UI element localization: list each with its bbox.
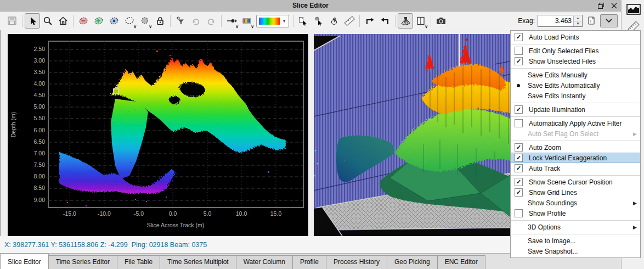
tab-profile[interactable]: Profile — [293, 255, 326, 269]
rotate-center-icon[interactable] — [326, 13, 342, 29]
tab-process-history[interactable]: Process History — [326, 255, 387, 269]
options-menu: Auto Load Points Edit Only Selected File… — [510, 30, 641, 258]
close-icon[interactable] — [610, 2, 618, 9]
scene-cursor-marker — [114, 89, 118, 94]
menu-item-show-unselected-files[interactable]: Show Unselected Files — [511, 56, 640, 66]
home-icon[interactable] — [55, 13, 71, 29]
menu-item-auto-set-flag-on-select[interactable]: Auto Set Flag On Select▶ — [511, 128, 640, 139]
menu-item-3d-options[interactable]: 3D Options▶ — [511, 222, 640, 232]
cursor-position-readout: X: 398277.361 Y: 5361158.806 Z: -4.299 P… — [4, 241, 207, 249]
menu-item-edit-only-selected-files[interactable]: Edit Only Selected Files — [511, 46, 640, 56]
chevron-down-icon: ▾ — [283, 19, 285, 24]
reject-selection-icon[interactable] — [76, 13, 91, 29]
exag-spinner[interactable]: ▲▼ — [538, 15, 583, 27]
ytick: 5.50 — [34, 115, 46, 121]
y-axis-label: Depth (m) — [10, 112, 16, 138]
menu-item-show-scene-cursor-position[interactable]: Show Scene Cursor Position — [511, 177, 640, 187]
menu-item-auto-zoom[interactable]: Auto Zoom — [511, 142, 640, 153]
slice-editor-window: Slice Editor — [0, 0, 644, 269]
checkbox-checked-icon — [515, 164, 523, 172]
accept-selection-icon[interactable] — [91, 13, 106, 29]
snapshot-camera-icon[interactable] — [433, 13, 449, 29]
x-axis-label: Slice Across Track (m) — [147, 222, 204, 228]
ytick: 6.50 — [34, 138, 46, 145]
menu-chevron-icon[interactable] — [600, 14, 618, 27]
select-file-cursor-icon[interactable] — [296, 13, 311, 29]
ytick: 2.50 — [34, 46, 46, 52]
menu-item-save-edits-manually[interactable]: Save Edits Manually — [511, 70, 640, 80]
swath-view-icon[interactable] — [398, 13, 413, 29]
tab-enc-editor[interactable]: ENC Editor — [438, 255, 485, 269]
checkbox-icon — [515, 119, 523, 127]
xtick: 15.0 — [270, 210, 282, 217]
exag-input[interactable] — [538, 16, 573, 26]
checkbox-checked-icon — [515, 33, 523, 41]
ytick: 3.00 — [34, 57, 46, 64]
submenu-arrow-icon: ▶ — [633, 200, 637, 206]
slice-2d-view[interactable]: 2.50 3.00 3.50 4.00 4.50 5.00 5.50 6.00 … — [8, 34, 308, 236]
menu-item-update-illumination[interactable]: Update Illumination — [511, 104, 640, 115]
ytick: 3.50 — [34, 69, 46, 75]
radio-on-icon — [517, 84, 520, 87]
xtick: 0.0 — [169, 210, 177, 217]
spin-up-icon[interactable]: ▲ — [574, 16, 582, 21]
ytick: 6.00 — [34, 127, 46, 133]
ytick: 8.00 — [34, 173, 46, 180]
checkbox-checked-icon — [515, 154, 523, 162]
checkbox-checked-icon — [515, 188, 523, 197]
point-display-icon[interactable]: ∨ — [224, 13, 239, 29]
menu-item-automatically-apply-active-filter[interactable]: Automatically Apply Active Filter — [511, 118, 640, 128]
flag-back-icon[interactable] — [377, 13, 393, 29]
tab-slice-editor[interactable]: Slice Editor — [0, 254, 49, 269]
menu-item-auto-track[interactable]: Auto Track — [511, 163, 640, 173]
lasso-select-icon[interactable]: ∨ — [122, 13, 137, 29]
redo-icon[interactable] — [204, 13, 219, 29]
histogram-icon[interactable] — [626, 3, 641, 18]
menu-item-show-profile[interactable]: Show Profile — [511, 208, 640, 218]
tab-water-column[interactable]: Water Column — [236, 255, 293, 269]
tab-time-series-multiplot[interactable]: Time Series Multiplot — [160, 255, 236, 269]
ytick: 4.50 — [34, 92, 46, 98]
filter-icon[interactable] — [173, 13, 188, 29]
ytick: 8.50 — [34, 184, 46, 191]
checkbox-icon — [515, 47, 523, 55]
circle-select-icon[interactable]: ∨ — [137, 13, 152, 29]
save-icon[interactable] — [4, 13, 20, 29]
menu-item-lock-vertical-exaggeration[interactable]: Lock Vertical Exaggeration — [511, 153, 640, 163]
measure-icon[interactable] — [342, 13, 357, 29]
lock-edits-icon[interactable] — [152, 13, 168, 29]
select-cursor-icon[interactable] — [25, 13, 40, 29]
select-point-cursor-icon[interactable] — [311, 13, 326, 29]
tab-time-series-editor[interactable]: Time Series Editor — [49, 255, 117, 269]
checkbox-icon — [515, 209, 523, 217]
colormap-picker[interactable]: ▾ — [256, 15, 289, 27]
select-points-icon[interactable] — [106, 13, 122, 29]
colormap-icon[interactable]: ∨ — [239, 13, 255, 29]
menu-item-save-snapshot[interactable]: Save Snapshot... — [511, 246, 640, 256]
info-page-icon[interactable]: i — [585, 15, 597, 27]
tab-geo-picking[interactable]: Geo Picking — [387, 255, 438, 269]
spin-down-icon[interactable]: ▼ — [574, 21, 582, 26]
xtick: 5.0 — [204, 210, 212, 217]
xtick: -15.0 — [63, 210, 76, 217]
menu-item-save-edits-instantly[interactable]: Save Edits Instantly — [511, 91, 640, 101]
ytick: 7.00 — [34, 150, 46, 156]
flag-forward-icon[interactable] — [362, 13, 377, 29]
submenu-arrow-icon: ▶ — [633, 131, 637, 137]
checkbox-checked-icon — [515, 178, 523, 186]
menu-item-show-soundings[interactable]: Show Soundings▶ — [511, 198, 640, 208]
tab-file-table[interactable]: File Table — [117, 255, 160, 269]
undo-icon[interactable] — [188, 13, 204, 29]
submenu-arrow-icon: ▶ — [633, 225, 637, 230]
profile-columns-icon[interactable]: ∨ — [413, 13, 428, 29]
checkbox-checked-icon — [515, 105, 523, 114]
zoom-icon[interactable] — [40, 13, 55, 29]
svg-text:i: i — [590, 19, 591, 24]
ytick: 7.50 — [34, 161, 46, 168]
menu-item-show-grid-lines[interactable]: Show Grid Lines — [511, 187, 640, 198]
menu-item-save-edits-automatically[interactable]: Save Edits Automatically — [511, 80, 640, 91]
restore-icon[interactable] — [597, 2, 605, 9]
menu-item-auto-load-points[interactable]: Auto Load Points — [511, 32, 640, 42]
menu-item-save-to-image[interactable]: Save to Image... — [511, 236, 640, 246]
exag-label: Exag: — [518, 17, 535, 25]
